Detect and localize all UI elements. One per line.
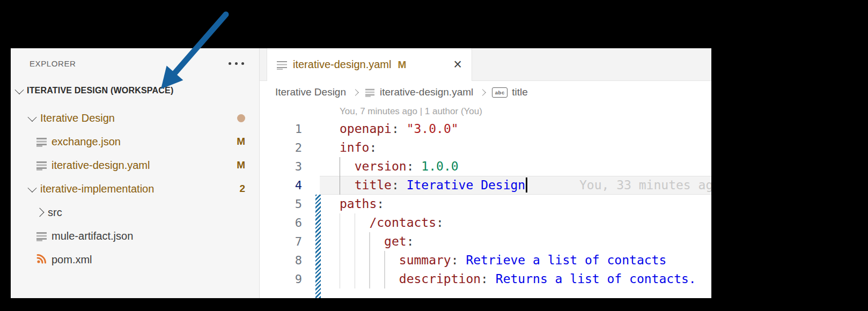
tree-item-src[interactable]: src bbox=[11, 201, 259, 224]
symbol-string-icon: abc bbox=[492, 87, 507, 98]
tree-item-mule-artifact-json[interactable]: mule-artifact.json bbox=[11, 224, 259, 248]
workspace-label: ITERATIVE DESIGN (WORKSPACE) bbox=[27, 86, 173, 95]
code-token bbox=[340, 272, 399, 286]
code-lines: 1openapi: "3.0.0"2info:3 version: 1.0.04… bbox=[260, 120, 711, 288]
code-line-4[interactable]: 4 title: Iterative DesignYou, 33 minutes… bbox=[260, 176, 711, 195]
tree-item-label: iterative-implementation bbox=[40, 183, 154, 195]
code-token: openapi bbox=[340, 122, 392, 136]
code-token: : bbox=[369, 140, 377, 154]
breadcrumb-item-iterative-design-yaml[interactable]: iterative-design.yaml bbox=[365, 86, 473, 98]
breadcrumb-item-title[interactable]: abctitle bbox=[492, 86, 528, 98]
file-icon bbox=[36, 231, 47, 241]
tree-item-iterative-implementation[interactable]: iterative-implementation2 bbox=[11, 177, 259, 201]
chevron-down-icon bbox=[28, 183, 37, 192]
gitlens-file-blame: You, 7 minutes ago | 1 author (You) bbox=[260, 103, 711, 120]
tab-modified-badge: M bbox=[398, 59, 406, 71]
gitlens-inline-blame: You, 33 minutes ag bbox=[579, 176, 711, 195]
file-tree: Iterative Designexchange.jsonMiterative-… bbox=[11, 106, 259, 271]
code-line-2[interactable]: 2info: bbox=[260, 138, 711, 157]
chevron-down-icon bbox=[28, 113, 37, 122]
code-token: : bbox=[392, 178, 407, 192]
file-icon bbox=[277, 60, 287, 70]
code-token bbox=[340, 234, 384, 248]
code-token: Retrieve a list of contacts bbox=[466, 253, 666, 267]
more-actions-icon[interactable] bbox=[229, 62, 244, 65]
code-token: Iterative Design bbox=[407, 178, 526, 192]
explorer-header: EXPLORER bbox=[11, 48, 259, 78]
chevron-down-icon bbox=[15, 85, 24, 94]
git-status-badge: M bbox=[237, 159, 245, 171]
code-token: "3.0.0" bbox=[407, 122, 459, 136]
chevron-right-icon bbox=[352, 89, 359, 96]
code-token: : bbox=[392, 122, 407, 136]
workspace-section-header[interactable]: ITERATIVE DESIGN (WORKSPACE) bbox=[11, 78, 259, 103]
code-token: summary bbox=[399, 253, 451, 267]
code-token: title bbox=[355, 178, 392, 192]
tab-label: iterative-design.yaml bbox=[293, 58, 391, 71]
code-text: description: Returns a list of contacts. bbox=[340, 270, 696, 288]
code-area[interactable]: You, 7 minutes ago | 1 author (You) 1ope… bbox=[260, 103, 711, 298]
code-token: : bbox=[377, 197, 384, 211]
code-text: openapi: "3.0.0" bbox=[340, 120, 459, 138]
code-line-6[interactable]: 6 /contacts: bbox=[260, 213, 711, 232]
line-number: 1 bbox=[260, 120, 302, 138]
file-icon bbox=[36, 136, 47, 147]
tab-iterative-design-yaml[interactable]: iterative-design.yaml M × bbox=[267, 48, 472, 81]
code-token: /contacts bbox=[369, 216, 436, 229]
editor-pane: iterative-design.yaml M × Iterative Desi… bbox=[260, 48, 711, 298]
tree-item-label: mule-artifact.json bbox=[52, 230, 133, 242]
tree-item-label: iterative-design.yaml bbox=[52, 159, 150, 172]
line-number: 7 bbox=[260, 232, 302, 251]
code-line-1[interactable]: 1openapi: "3.0.0" bbox=[260, 120, 711, 138]
breadcrumb: Iterative Designiterative-design.yamlabc… bbox=[260, 81, 711, 103]
code-line-3[interactable]: 3 version: 1.0.0 bbox=[260, 157, 711, 176]
code-token bbox=[340, 216, 369, 229]
tab-bar: iterative-design.yaml M × bbox=[260, 48, 711, 81]
tree-item-exchange-json[interactable]: exchange.jsonM bbox=[11, 130, 259, 153]
code-token: paths bbox=[340, 197, 377, 211]
breadcrumb-label: Iterative Design bbox=[275, 86, 346, 98]
code-token: 1.0.0 bbox=[421, 159, 458, 173]
line-number: 4 bbox=[260, 176, 302, 195]
code-token: : bbox=[481, 272, 496, 286]
code-line-7[interactable]: 7 get: bbox=[260, 232, 711, 251]
code-token: version bbox=[355, 159, 407, 173]
code-token: description bbox=[399, 272, 481, 286]
code-token: Returns a list of contacts. bbox=[496, 272, 696, 286]
code-text: summary: Retrieve a list of contacts bbox=[340, 251, 666, 270]
code-token: : bbox=[436, 216, 444, 229]
code-line-8[interactable]: 8 summary: Retrieve a list of contacts bbox=[260, 251, 711, 270]
breadcrumb-label: iterative-design.yaml bbox=[380, 86, 473, 98]
code-text: version: 1.0.0 bbox=[340, 157, 459, 176]
code-text: /contacts: bbox=[340, 213, 444, 232]
close-icon[interactable]: × bbox=[453, 57, 462, 72]
tree-item-label: Iterative Design bbox=[40, 112, 115, 124]
line-number: 3 bbox=[260, 157, 302, 176]
tree-item-iterative-design[interactable]: Iterative Design bbox=[11, 106, 259, 130]
explorer-sidebar: EXPLORER ITERATIVE DESIGN (WORKSPACE) It… bbox=[11, 48, 260, 298]
file-icon bbox=[36, 160, 47, 171]
code-text: get: bbox=[340, 232, 414, 251]
breadcrumb-label: title bbox=[512, 86, 528, 98]
file-icon bbox=[365, 87, 374, 97]
code-text: info: bbox=[340, 138, 377, 157]
chevron-right-icon bbox=[35, 208, 45, 217]
code-line-5[interactable]: 5paths: bbox=[260, 195, 711, 213]
breadcrumb-item-iterative-design[interactable]: Iterative Design bbox=[275, 86, 346, 98]
line-number: 5 bbox=[260, 195, 302, 213]
code-text: title: Iterative Design bbox=[340, 176, 527, 195]
tree-item-pom-xml[interactable]: pom.xml bbox=[11, 248, 259, 271]
git-status-badge: M bbox=[237, 136, 245, 147]
line-number: 2 bbox=[260, 138, 302, 157]
tree-item-label: pom.xml bbox=[52, 254, 92, 266]
xml-icon bbox=[36, 254, 47, 266]
git-status-badge: 2 bbox=[239, 183, 245, 195]
screenshot-stage: EXPLORER ITERATIVE DESIGN (WORKSPACE) It… bbox=[0, 0, 868, 311]
code-token: get bbox=[384, 234, 407, 248]
tree-item-label: src bbox=[48, 206, 62, 219]
code-line-9[interactable]: 9 description: Returns a list of contact… bbox=[260, 270, 711, 288]
code-token: info bbox=[340, 140, 369, 154]
git-modified-dot-badge bbox=[237, 114, 245, 122]
tree-item-iterative-design-yaml[interactable]: iterative-design.yamlM bbox=[11, 153, 259, 177]
tree-item-label: exchange.json bbox=[52, 136, 121, 148]
